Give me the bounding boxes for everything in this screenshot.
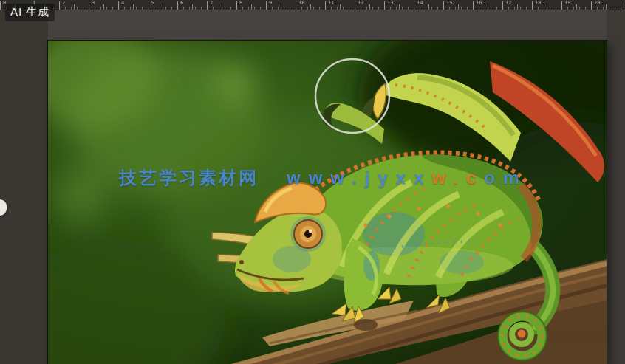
ruler-number: 5 bbox=[151, 0, 154, 6]
ruler-number: 18 bbox=[535, 0, 541, 6]
ruler-number: 14 bbox=[417, 0, 423, 6]
ruler-number: 20 bbox=[594, 0, 600, 6]
chameleon-painting bbox=[48, 41, 607, 364]
painting-canvas[interactable]: 技艺学习素材网www.jyxxw.com bbox=[48, 41, 607, 364]
watermark-url-part: om bbox=[484, 168, 527, 188]
ruler-number: 3 bbox=[92, 0, 95, 6]
workspace-right-margin bbox=[607, 10, 625, 364]
ruler-number: 6 bbox=[180, 0, 183, 6]
ruler-number: 13 bbox=[387, 0, 393, 6]
ruler-number: 17 bbox=[505, 0, 511, 6]
chameleon-eye bbox=[290, 216, 326, 252]
watermark-url-part: www.jyxx bbox=[287, 168, 432, 188]
ruler-number: 15 bbox=[446, 0, 452, 6]
ruler-number: 19 bbox=[564, 0, 570, 6]
ruler-number: 2 bbox=[62, 0, 65, 6]
ruler-number: 7 bbox=[210, 0, 213, 6]
ai-generated-badge: AI 生成 bbox=[5, 4, 55, 21]
ruler-number: 4 bbox=[121, 0, 124, 6]
ruler-number: 12 bbox=[358, 0, 363, 6]
watermark: 技艺学习素材网www.jyxxw.com bbox=[119, 166, 527, 190]
ruler-number: 11 bbox=[328, 0, 334, 6]
workspace-left-margin bbox=[0, 10, 48, 364]
ruler-number: 9 bbox=[269, 0, 272, 6]
ruler-number: 10 bbox=[298, 0, 304, 6]
watermark-site-name: 技艺学习素材网 bbox=[119, 168, 259, 188]
horizontal-ruler[interactable]: 01234567891011121314151617181920 bbox=[0, 0, 625, 10]
watermark-url-part: w.c bbox=[432, 168, 485, 188]
ruler-number: 16 bbox=[476, 0, 482, 6]
watermark-url: www.jyxxw.com bbox=[287, 168, 527, 188]
ruler-number: 8 bbox=[239, 0, 242, 6]
